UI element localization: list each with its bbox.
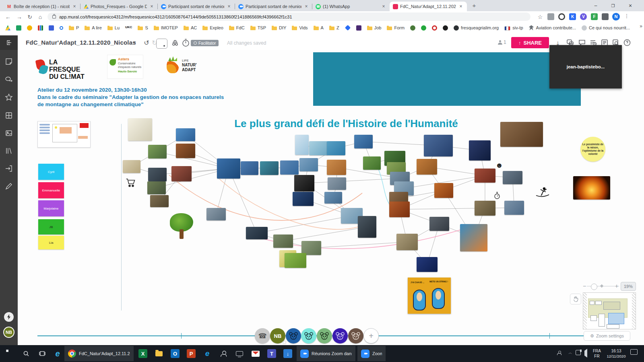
bookmark-item[interactable]: Form [387,25,405,30]
fresque-card[interactable] [150,195,169,207]
title-chevron-down-icon[interactable] [134,40,136,45]
fresque-card[interactable] [429,217,449,231]
start-button[interactable] [5,348,15,359]
tab-close-icon[interactable] [226,4,232,9]
bookmark-item[interactable]: Z [329,25,339,30]
clock[interactable]: 16:13 12/11/2020 [604,348,629,359]
bookmark-item[interactable]: Job [367,25,382,30]
minimap[interactable] [583,292,636,329]
draw-icon[interactable] [4,182,13,191]
bookmark-item[interactable]: Vids [292,25,308,30]
fresque-card[interactable] [424,135,453,156]
participant-card-lia[interactable]: Lia [38,236,64,249]
fresque-card[interactable] [148,168,167,181]
action-center-icon[interactable] [630,349,638,355]
mural-title[interactable]: FdC_Natur'Adapt_12.11.2020_Nicolas [26,39,136,46]
browser-tab[interactable]: Photos_Fresques - Google Drive [80,2,158,11]
extension-icon[interactable]: F [591,13,598,20]
timer-icon[interactable] [181,38,190,49]
zoom-settings-button[interactable]: ⚙ Zoom settings [584,331,630,341]
bookmark-item[interactable]: P [69,25,79,30]
tab-close-icon[interactable] [149,4,155,9]
stopwatch-icon[interactable] [494,191,500,201]
fresque-card[interactable] [246,227,268,239]
powerpoint-taskbar-icon[interactable]: P [186,348,196,359]
bookmark-item[interactable] [421,25,426,31]
window-maximize-button[interactable] [605,0,621,11]
chrome-taskbar-button[interactable]: FdC_Natur'Adapt_12.11.20... [64,346,134,361]
smiley-icon[interactable]: ☻ [495,162,503,169]
sticky-note-icon[interactable] [4,57,13,66]
minimap-viewport[interactable] [608,313,624,324]
animal-participant-avatar[interactable] [317,328,332,343]
fresque-card[interactable] [363,156,381,170]
bookmark-item[interactable] [443,25,448,31]
fresque-card[interactable] [241,161,258,175]
address-bar[interactable]: app.mural.co/t/fresquesnico4312/m/fresqu… [47,12,530,21]
fresque-card[interactable] [469,140,491,160]
people-taskbar-icon[interactable] [218,348,229,359]
fresque-card[interactable] [324,192,342,204]
members-count[interactable]: 1 [498,39,506,45]
zoom-app-taskbar-button[interactable]: Zoom [357,346,386,361]
sun-image[interactable] [573,176,610,200]
reload-button[interactable]: ↻ [26,13,34,21]
zoom-meeting-taskbar-button[interactable]: Réunions Zoom dans le Cl... [297,346,355,361]
tray-volume-icon[interactable] [584,351,587,356]
explorer-taskbar-icon[interactable] [154,348,164,359]
fresque-card[interactable] [273,234,293,248]
extension-icon[interactable]: K [569,13,576,20]
fresque-card[interactable] [328,177,346,190]
browser-tab[interactable]: Participant sortant de réunion - Z [235,2,312,11]
snip-taskbar-icon[interactable] [234,348,245,359]
download-taskbar-icon[interactable]: ↓ [283,348,293,359]
quick-actions-icon[interactable] [4,312,14,322]
animal-participant-avatar[interactable] [332,328,348,343]
help-icon[interactable] [622,39,632,48]
browser-tab[interactable]: MBoîte de réception (1) - nicoboill [3,2,80,11]
fresque-card[interactable] [358,216,376,238]
frameworks-icon[interactable] [4,111,13,120]
browser-menu-icon[interactable] [623,13,630,21]
fresque-card[interactable] [460,224,487,251]
extension-icon[interactable] [547,13,554,20]
bookmark-item[interactable]: FdC [229,25,245,30]
task-view-icon[interactable] [37,348,47,359]
browser-tab[interactable]: FdC_Natur'Adapt_12.11.2020_Nic [390,2,467,11]
add-participant-button[interactable]: + [363,328,379,343]
fresque-card[interactable] [327,160,346,175]
bookmark-item[interactable] [16,25,21,31]
bookmark-item[interactable]: A [314,25,324,30]
bookmark-item[interactable]: siv-tp [504,25,523,31]
fresque-card[interactable] [309,141,328,155]
new-tab-button[interactable] [469,2,479,11]
bookmark-item[interactable]: Ce qui nous nourrit... [582,25,630,31]
taskbar-search-icon[interactable] [21,348,31,359]
sidebar-user-avatar[interactable]: NB [3,327,14,338]
exit-board-icon[interactable] [0,35,18,50]
zoom-out-icon[interactable]: − [583,283,586,289]
edge-icon[interactable]: e [52,348,63,359]
participant-card-emmanuelle[interactable]: Emmanuelle [38,182,64,198]
comic-image[interactable]: J'AI CHAUD ... METS UN STRING ! [408,278,451,314]
bookmark-item[interactable]: Aviation contribute... [529,25,576,31]
extension-icon[interactable] [602,13,609,20]
bookmark-item[interactable] [27,25,32,31]
fresque-card[interactable] [299,158,318,171]
back-button[interactable]: ← [4,13,12,21]
bookmark-item[interactable] [356,25,361,31]
tree-image[interactable] [170,213,193,239]
hand-tool-button[interactable] [570,294,581,304]
bookmark-item[interactable]: AC [184,25,197,30]
shapes-connector-icon[interactable] [4,75,13,84]
fresque-card[interactable] [123,160,140,173]
cart-icon[interactable] [126,178,136,189]
fresque-card[interactable] [128,118,152,141]
bookmark-item[interactable]: A lire [85,25,101,30]
fresque-card[interactable] [147,181,166,194]
language-indicator[interactable]: FRAFR [591,348,603,359]
phone-participant-avatar[interactable]: ☎ [255,328,270,343]
bookmark-item[interactable] [410,25,415,31]
fresque-card[interactable] [417,159,437,175]
fresque-card[interactable] [434,183,453,198]
